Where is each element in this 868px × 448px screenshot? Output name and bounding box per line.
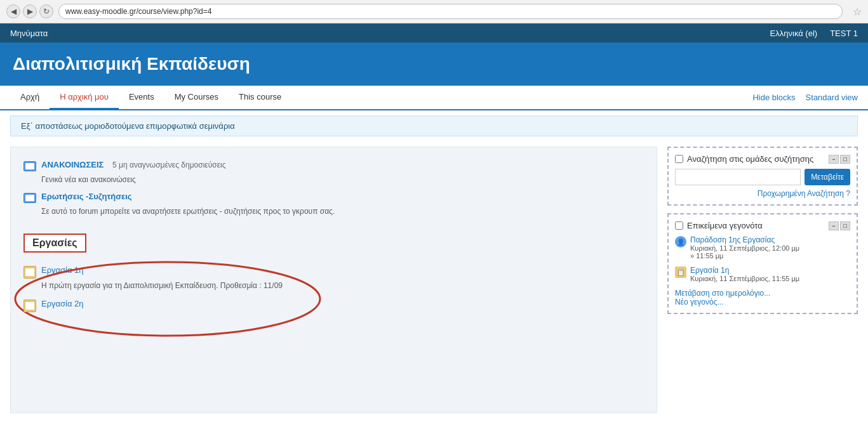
section-heading-ergasies: Εργασίες [23, 234, 86, 253]
main-nav-left: Αρχή Η αρχική μου Events My Courses This… [10, 86, 291, 109]
events-block-controls: − □ [829, 221, 850, 230]
search-input[interactable] [675, 169, 801, 185]
discussions-forum-item: Ερωτήσεις -Συζητήσεις [23, 192, 644, 203]
url-text: www.easy-moodle.gr/course/view.php?id=4 [65, 7, 211, 16]
announcements-forum-item: ΑΝΑΚΟΙΝΩΣΕΙΣ 5 μη αναγνωσμένες δημοσιεύσ… [23, 160, 644, 171]
events-block-config[interactable]: □ [840, 221, 850, 230]
event-content-2: Εργασία 1η Κυριακή, 11 Σεπτέμβριος, 11:5… [690, 266, 799, 282]
assignment-icon-2 [23, 300, 36, 312]
assignment-1-desc: Η πρώτη εργασία για τη Διαπολιτισμική Εκ… [41, 281, 644, 290]
assignment-1-item: Εργασία 1η [23, 265, 644, 279]
events-block-minimize[interactable]: − [829, 221, 839, 230]
main-content: ΑΝΑΚΟΙΝΩΣΕΙΣ 5 μη αναγνωσμένες δημοσιεύσ… [10, 147, 657, 413]
forward-button[interactable]: ▶ [23, 4, 37, 18]
sidebar: Αναζήτηση στις ομάδες συζήτησης − □ Μετα… [667, 147, 858, 413]
bookmark-icon[interactable]: ☆ [853, 6, 862, 18]
event-item-1: 👤 Παράδοση 1ης Εργασίας Κυριακή, 11 Σεπτ… [675, 235, 850, 260]
discussions-desc: Σε αυτό το forum μπορείτε να αναρτήσετε … [41, 207, 644, 216]
address-bar[interactable]: www.easy-moodle.gr/course/view.php?id=4 [58, 4, 843, 19]
back-button[interactable]: ◀ [6, 4, 20, 18]
discussions-link[interactable]: Ερωτήσεις -Συζητήσεις [41, 192, 132, 201]
main-navigation: Αρχή Η αρχική μου Events My Courses This… [0, 86, 868, 110]
events-block: Επικείμενα γεγονότα − □ 👤 Παράδοση 1ης Ε… [667, 213, 858, 314]
assignment-icon-1 [23, 266, 36, 279]
search-block-title-text: Αναζήτηση στις ομάδες συζήτησης [687, 154, 813, 164]
search-block-controls: − □ [829, 155, 850, 164]
advanced-search-link[interactable]: Προχωρημένη Αναζήτηση ? [675, 189, 850, 198]
info-text: Εξ΄ αποστάσεως μοριοδοτούμενα επιμορφωτι… [21, 121, 235, 131]
site-header: Διαπολιτισμική Εκπαίδευση [0, 43, 868, 86]
unread-badge: 5 μη αναγνωσμένες δημοσιεύσεις [112, 161, 225, 169]
event-date-1: Κυριακή, 11 Σεπτέμβριος, 12:00 μμ [690, 244, 799, 252]
site-title: Διαπολιτισμική Εκπαίδευση [13, 54, 855, 74]
calendar-link[interactable]: Μετάβαση στο ημερολόγιο... [675, 289, 850, 298]
search-block-config[interactable]: □ [840, 155, 850, 164]
top-right-links: Ελληνικά (el) TEST 1 [770, 29, 858, 38]
assignment-1-link[interactable]: Εργασία 1η [41, 265, 84, 275]
nav-item-mycourses[interactable]: My Courses [164, 86, 229, 109]
events-block-title: Επικείμενα γεγονότα [675, 221, 763, 230]
top-navigation-bar: Μηνύματα Ελληνικά (el) TEST 1 [0, 23, 868, 43]
event-icon-1: 👤 [675, 236, 686, 247]
messages-link[interactable]: Μηνύματα [10, 29, 48, 38]
event-date-2: Κυριακή, 11 Σεπτέμβριος, 11:55 μμ [690, 275, 799, 282]
nav-item-events[interactable]: Events [119, 86, 164, 109]
event-content-1: Παράδοση 1ης Εργασίας Κυριακή, 11 Σεπτέμ… [690, 235, 799, 260]
event-icon-2: 📋 [675, 267, 686, 278]
assignments-area: Εργασία 1η Η πρώτη εργασία για τη Διαπολ… [23, 265, 644, 312]
event-title-2[interactable]: Εργασία 1η [690, 266, 799, 275]
announcements-link[interactable]: ΑΝΑΚΟΙΝΩΣΕΙΣ [41, 160, 103, 169]
search-block-minimize[interactable]: − [829, 155, 839, 164]
search-block-header: Αναζήτηση στις ομάδες συζήτησης − □ [675, 154, 850, 164]
section-label: Εργασίες [32, 237, 77, 248]
events-block-checkbox[interactable] [675, 221, 683, 230]
announcements-content: ΑΝΑΚΟΙΝΩΣΕΙΣ 5 μη αναγνωσμένες δημοσιεύσ… [41, 160, 225, 169]
info-bar: Εξ΄ αποστάσεως μοριοδοτούμενα επιμορφωτι… [10, 115, 858, 136]
standard-view-link[interactable]: Standard view [806, 93, 858, 102]
search-block-checkbox[interactable] [675, 155, 683, 163]
user-account[interactable]: TEST 1 [830, 29, 858, 38]
new-event-link[interactable]: Νέο γεγονός... [675, 298, 850, 306]
event-title-1[interactable]: Παράδοση 1ης Εργασίας [690, 235, 799, 244]
discussions-forum-icon [23, 193, 36, 203]
search-block: Αναζήτηση στις ομάδες συζήτησης − □ Μετα… [667, 147, 858, 206]
language-selector[interactable]: Ελληνικά (el) [770, 29, 818, 38]
event-time-1: » 11:55 μμ [690, 252, 799, 260]
assignment-2-link[interactable]: Εργασία 2η [41, 299, 84, 308]
hide-blocks-link[interactable]: Hide blocks [752, 93, 795, 102]
announcements-desc: Γενικά νέα και ανακοινώσεις [41, 175, 644, 184]
assignment-2-item: Εργασία 2η [23, 299, 644, 312]
event-item-2: 📋 Εργασία 1η Κυριακή, 11 Σεπτέμβριος, 11… [675, 266, 850, 282]
event-links: Μετάβαση στο ημερολόγιο... Νέο γεγονός..… [675, 289, 850, 306]
forum-icon [23, 161, 36, 171]
nav-item-thiscourse[interactable]: This course [229, 86, 291, 109]
browser-chrome: ◀ ▶ ↻ www.easy-moodle.gr/course/view.php… [0, 0, 868, 23]
events-block-title-text: Επικείμενα γεγονότα [687, 221, 763, 230]
events-block-header: Επικείμενα γεγονότα − □ [675, 221, 850, 230]
search-button[interactable]: Μεταβείτε [805, 169, 850, 185]
refresh-button[interactable]: ↻ [39, 4, 53, 18]
content-area: ΑΝΑΚΟΙΝΩΣΕΙΣ 5 μη αναγνωσμένες δημοσιεύσ… [0, 142, 868, 418]
search-row: Μεταβείτε [675, 169, 850, 185]
main-nav-right: Hide blocks Standard view [752, 93, 858, 102]
search-block-title: Αναζήτηση στις ομάδες συζήτησης [675, 154, 813, 164]
browser-nav-buttons: ◀ ▶ ↻ [6, 4, 53, 18]
nav-item-home[interactable]: Αρχή [10, 86, 50, 109]
nav-item-myhome[interactable]: Η αρχική μου [50, 86, 119, 109]
